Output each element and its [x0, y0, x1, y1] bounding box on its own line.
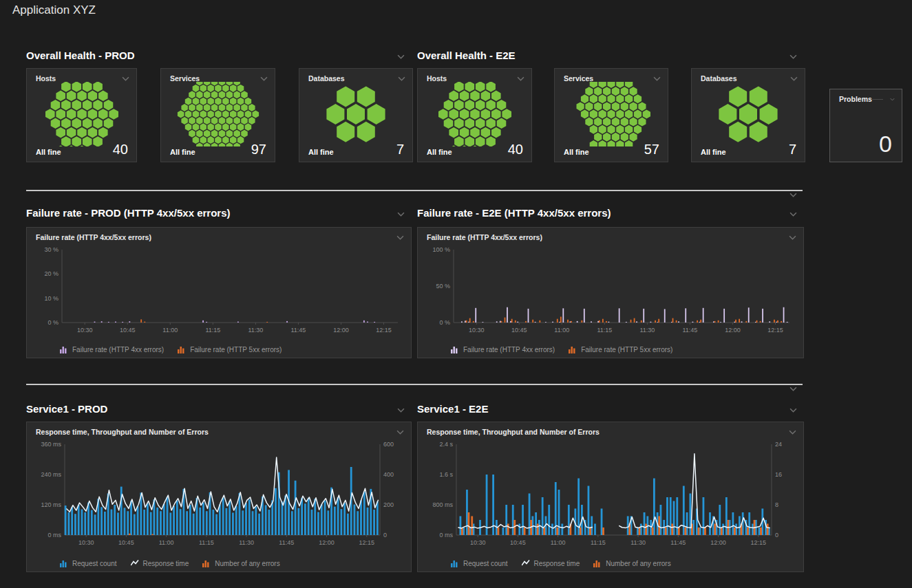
chevron-down-icon[interactable] [396, 235, 404, 240]
chevron-down-icon[interactable] [397, 408, 405, 413]
health-tile-services-prod[interactable]: Services All fine97 [160, 68, 275, 162]
tile-title: Failure rate (HTTP 4xx/5xx errors) [427, 233, 542, 241]
legend-item[interactable]: Number of any errors [202, 559, 279, 567]
health-tile-hosts-prod[interactable]: Hosts All fine40 [26, 68, 137, 162]
section-collapse-control[interactable] [397, 212, 405, 217]
failure-rate-prod-tile[interactable]: Failure rate (HTTP 4xx/5xx errors) 0 %10… [26, 227, 412, 358]
chevron-down-icon[interactable] [396, 430, 404, 435]
chevron-down-icon[interactable] [789, 212, 797, 217]
svg-text:400: 400 [383, 471, 394, 478]
legend-label: Failure rate (HTTP 4xx errors) [72, 346, 164, 353]
chevron-down-icon[interactable] [789, 408, 797, 413]
svg-text:10:30: 10:30 [77, 327, 93, 334]
legend-item[interactable]: Failure rate (HTTP 5xx errors) [178, 345, 282, 353]
svg-text:30 %: 30 % [44, 246, 59, 253]
svg-text:0 ms: 0 ms [439, 532, 453, 538]
tile-title: Response time, Throughput and Number of … [36, 428, 209, 436]
divider-collapse-control[interactable] [789, 386, 797, 391]
legend-item[interactable]: Failure rate (HTTP 4xx errors) [451, 345, 555, 353]
legend-item[interactable]: Response time [522, 559, 580, 567]
legend-item[interactable]: Request count [451, 559, 508, 567]
health-tile-databases-e2e[interactable]: Databases All fine7 [691, 68, 805, 162]
failure-rate-e2e-tile[interactable]: Failure rate (HTTP 4xx/5xx errors) 0 %50… [417, 227, 804, 358]
svg-text:11:30: 11:30 [239, 539, 254, 546]
legend-item[interactable]: Number of any errors [593, 559, 670, 567]
svg-text:12:15: 12:15 [767, 327, 783, 334]
chevron-down-icon[interactable] [890, 97, 895, 102]
svg-text:11:00: 11:00 [551, 539, 566, 546]
service1-prod-chart[interactable]: 0 ms120 ms240 ms360 ms020040060010:3010:… [30, 437, 407, 550]
line-series-icon [131, 559, 139, 567]
svg-text:11:30: 11:30 [639, 327, 655, 334]
section-collapse-control[interactable] [397, 408, 405, 413]
legend-label: Number of any errors [215, 560, 279, 567]
svg-text:11:15: 11:15 [591, 539, 606, 546]
hosts-honeycomb[interactable] [418, 85, 531, 142]
service1-e2e-chart[interactable]: 0 ms800 ms1.6 s2.4 s08162410:3010:4511:0… [422, 437, 799, 550]
legend-item[interactable]: Request count [60, 559, 117, 567]
section-divider [26, 190, 803, 191]
chevron-down-icon[interactable] [789, 193, 797, 197]
svg-text:1.6 s: 1.6 s [439, 471, 453, 478]
legend-item[interactable]: Failure rate (HTTP 4xx errors) [60, 345, 164, 353]
chart-legend: Request countResponse timeNumber of any … [451, 559, 671, 567]
bar-series-icon [60, 559, 68, 567]
svg-text:360 ms: 360 ms [41, 441, 61, 448]
svg-text:10:45: 10:45 [118, 539, 134, 546]
databases-honeycomb[interactable] [692, 85, 805, 142]
page-title: Application XYZ [12, 3, 96, 17]
chevron-down-icon[interactable] [789, 386, 797, 391]
chevron-down-icon[interactable] [789, 54, 797, 59]
health-tile-hosts-e2e[interactable]: Hosts All fine40 [417, 68, 532, 162]
svg-text:11:30: 11:30 [630, 539, 646, 546]
section-collapse-control[interactable] [789, 212, 797, 217]
svg-text:800 ms: 800 ms [432, 501, 453, 508]
section-collapse-control[interactable] [397, 54, 405, 59]
chevron-down-icon[interactable] [398, 76, 405, 81]
health-tile-services-e2e[interactable]: Services All fine57 [554, 68, 668, 162]
svg-text:12:15: 12:15 [750, 539, 766, 546]
svg-text:20 %: 20 % [44, 270, 59, 277]
legend-item[interactable]: Failure rate (HTTP 5xx errors) [569, 345, 672, 353]
status-label: All fine [564, 148, 589, 156]
divider-collapse-control[interactable] [789, 193, 797, 197]
bar-series-icon [569, 345, 577, 353]
svg-text:11:15: 11:15 [205, 327, 220, 334]
svg-text:10:30: 10:30 [470, 539, 486, 546]
status-label: All fine [308, 148, 334, 156]
legend-label: Request count [72, 560, 117, 567]
chevron-down-icon[interactable] [397, 54, 405, 59]
services-honeycomb[interactable] [555, 85, 668, 142]
svg-text:11:30: 11:30 [248, 327, 263, 334]
health-tile-databases-prod[interactable]: Databases All fine7 [299, 68, 413, 162]
problems-tile[interactable]: Problems 0 [829, 89, 902, 162]
line-series-icon [522, 559, 530, 567]
legend-label: Response time [143, 560, 189, 567]
legend-item[interactable]: Response time [131, 559, 189, 567]
chevron-down-icon[interactable] [789, 235, 796, 240]
chevron-down-icon[interactable] [790, 76, 798, 81]
bar-series-icon [178, 345, 186, 353]
hosts-honeycomb[interactable] [27, 85, 136, 142]
section-collapse-control[interactable] [789, 408, 797, 413]
chevron-down-icon[interactable] [517, 76, 524, 81]
chevron-down-icon[interactable] [789, 430, 796, 435]
service1-prod-tile[interactable]: Response time, Throughput and Number of … [26, 422, 412, 572]
services-honeycomb[interactable] [161, 85, 275, 142]
svg-text:11:45: 11:45 [670, 539, 686, 546]
chevron-down-icon[interactable] [122, 76, 129, 81]
legend-label: Response time [534, 560, 580, 567]
section-collapse-control[interactable] [789, 54, 797, 59]
databases-honeycomb[interactable] [299, 85, 412, 142]
svg-text:2.4 s: 2.4 s [439, 441, 453, 448]
chevron-down-icon[interactable] [260, 76, 268, 81]
chevron-down-icon[interactable] [397, 212, 405, 217]
svg-text:120 ms: 120 ms [41, 501, 61, 508]
section-title-service1-prod: Service1 - PROD [26, 403, 107, 415]
failure-rate-e2e-chart[interactable]: 0 %50 %100 %10:3010:4511:0011:1511:3011:… [422, 243, 799, 338]
chevron-down-icon[interactable] [653, 76, 661, 81]
svg-text:100 %: 100 % [432, 246, 450, 253]
bar-series-icon [60, 345, 68, 353]
failure-rate-prod-chart[interactable]: 0 %10 %20 %30 %10:3010:4511:0011:1511:30… [30, 243, 407, 338]
service1-e2e-tile[interactable]: Response time, Throughput and Number of … [417, 422, 804, 572]
